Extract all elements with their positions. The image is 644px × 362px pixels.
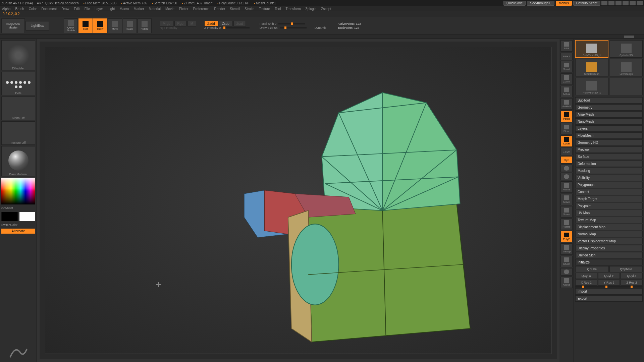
zoomfit-button[interactable]	[560, 173, 573, 180]
section-nanomesh[interactable]: NanoMesh	[575, 118, 643, 125]
stroke-tile[interactable]: Dots	[1, 72, 35, 95]
menu-tool[interactable]: Tool	[275, 7, 281, 11]
menu-brush[interactable]: Brush	[15, 7, 24, 11]
section-import[interactable]: Import	[575, 288, 643, 295]
script-button[interactable]: DefaultZScript	[573, 1, 600, 6]
rotate-mode-button[interactable]: Rotate	[138, 18, 152, 33]
section-export[interactable]: Export	[575, 295, 643, 302]
spix-button[interactable]: SPix 3	[560, 53, 573, 60]
gradient-toggle[interactable]: Gradient	[1, 206, 35, 210]
xyz-button[interactable]: Xyz	[560, 156, 573, 164]
z-intensity-slider[interactable]	[223, 27, 250, 28]
transp-button[interactable]: Transp	[560, 243, 573, 255]
section-displayprops[interactable]: Display Properties	[575, 245, 643, 251]
rgb-button[interactable]: Rgb	[174, 21, 186, 26]
move-nav-button[interactable]: Move	[560, 194, 573, 205]
m-button[interactable]: M	[187, 21, 196, 26]
tool-lowerlegs[interactable]: LowerLegs	[610, 59, 643, 76]
menu-zplugin[interactable]: Zplugin	[306, 7, 317, 11]
quicksketch-button[interactable]: Quick Sketch	[64, 18, 78, 33]
center-button[interactable]	[560, 165, 573, 172]
material-tile[interactable]: BasicMaterial	[1, 146, 35, 176]
qcylx-button[interactable]: QCyl X	[575, 273, 597, 279]
aahalf-button[interactable]: AAHalf	[560, 98, 573, 110]
dock3-icon[interactable]	[615, 1, 622, 5]
menu-transform[interactable]: Transform	[285, 7, 301, 11]
bpr-button[interactable]: BPR	[560, 40, 573, 52]
menu-alpha[interactable]: Alpha	[2, 7, 11, 11]
focal-shift-slider[interactable]	[278, 23, 305, 24]
zcut-button[interactable]: Zcut	[233, 21, 246, 26]
section-preview[interactable]: Preview	[575, 146, 643, 153]
maximize-icon[interactable]	[630, 1, 636, 5]
minimize-icon[interactable]	[623, 1, 629, 5]
menu-stencil[interactable]: Stencil	[230, 7, 240, 11]
section-contact[interactable]: Contact	[575, 189, 643, 195]
menu-macro[interactable]: Macro	[120, 7, 129, 11]
swatch-white[interactable]	[19, 212, 36, 221]
solo-button[interactable]	[560, 268, 573, 276]
section-geometryhd[interactable]: Geometry HD	[575, 139, 643, 146]
menu-preference[interactable]: Preference	[193, 7, 210, 11]
mrgb-button[interactable]: Mrgb	[160, 21, 173, 26]
section-displacementmap[interactable]: Displacement Map	[575, 224, 643, 230]
color-picker[interactable]	[1, 178, 35, 204]
menu-render[interactable]: Render	[214, 7, 225, 11]
section-surface[interactable]: Surface	[575, 154, 643, 160]
section-polygroups[interactable]: Polygroups	[575, 182, 643, 188]
polyf-button[interactable]: PolyF	[560, 231, 573, 242]
menu-picker[interactable]: Picker	[179, 7, 189, 11]
tool-cylinder3d[interactable]: Cylinder3D	[610, 40, 643, 58]
section-morphtarget[interactable]: Morph Target	[575, 196, 643, 202]
quicksave-button[interactable]: QuickSave	[503, 1, 526, 6]
actual-button[interactable]: Actual	[560, 86, 573, 97]
draw-size-slider[interactable]	[280, 27, 307, 28]
menu-texture[interactable]: Texture	[259, 7, 270, 11]
switchcolor-button[interactable]: SwitchColor	[1, 223, 35, 227]
section-layers[interactable]: Layers	[575, 125, 643, 132]
viewport[interactable]	[40, 42, 557, 359]
section-normalmap[interactable]: Normal Map	[575, 231, 643, 237]
rotate-nav-button[interactable]: Rotate	[560, 219, 573, 230]
tool-polymesh3d-1b[interactable]: PolyMesh3D_1	[575, 78, 608, 95]
scale-mode-button[interactable]: Scale	[123, 18, 137, 33]
menu-material[interactable]: Material	[149, 7, 161, 11]
section-arraymesh[interactable]: ArrayMesh	[575, 111, 643, 118]
lsym-button[interactable]: L.Sym	[560, 148, 573, 155]
zoom-button[interactable]: Zoom	[560, 73, 573, 85]
menu-draw[interactable]: Draw	[61, 7, 69, 11]
texture-tile[interactable]: Texture Off	[1, 121, 35, 145]
menus-button[interactable]: Menus	[556, 1, 572, 6]
section-polypaint[interactable]: Polypaint	[575, 203, 643, 209]
qsphere-button[interactable]: QSphere	[609, 266, 643, 272]
menu-marker[interactable]: Marker	[133, 7, 144, 11]
seethrough-button[interactable]: See-through 0	[527, 1, 554, 6]
lightbox-button[interactable]: LightBox	[25, 21, 49, 31]
menu-movie[interactable]: Movie	[165, 7, 174, 11]
section-vdm[interactable]: Vector Displacement Map	[575, 238, 643, 244]
shelf-scrollbar[interactable]	[624, 36, 634, 38]
menu-file[interactable]: File	[85, 7, 90, 11]
section-texturemap[interactable]: Texture Map	[575, 217, 643, 223]
local-button[interactable]: Local	[560, 135, 573, 147]
menu-document[interactable]: Document	[42, 7, 57, 11]
menu-zscript[interactable]: Zscript	[321, 7, 331, 11]
canvas-3d[interactable]	[45, 47, 551, 354]
init-slider[interactable]	[575, 286, 643, 288]
zres-field[interactable]: Z Res 2	[621, 280, 643, 286]
draw-mode-button[interactable]: Draw	[93, 18, 107, 33]
menu-stroke[interactable]: Stroke	[245, 7, 254, 11]
frame-button[interactable]: Frame	[560, 181, 573, 193]
floor-button[interactable]: Floor	[560, 123, 573, 134]
menu-light[interactable]: Light	[108, 7, 115, 11]
section-masking[interactable]: Masking	[575, 168, 643, 174]
alpha-tile[interactable]: Alpha Off	[1, 97, 35, 120]
section-deformation[interactable]: Deformation	[575, 161, 643, 167]
tool-empty[interactable]	[610, 78, 643, 95]
scale-nav-button[interactable]: Scale	[560, 206, 573, 218]
menu-layer[interactable]: Layer	[95, 7, 103, 11]
projection-master-button[interactable]: Projection Master	[1, 18, 25, 33]
ghost-button[interactable]: Ghost	[560, 256, 573, 267]
section-initialize[interactable]: Initialize	[575, 259, 643, 265]
section-uvmap[interactable]: UV Map	[575, 210, 643, 216]
